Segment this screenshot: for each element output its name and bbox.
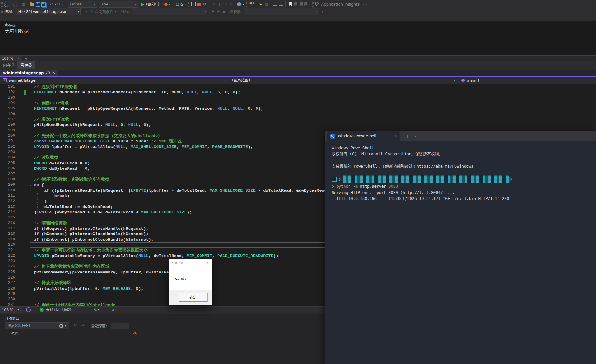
tab-wininet4stager-cpp[interactable]: wininet4stager.cpp ✕	[0, 70, 58, 76]
flag-threads-button[interactable]: ⚑	[210, 8, 216, 15]
indent-guide	[48, 199, 48, 210]
format-document-button[interactable]	[273, 1, 278, 8]
live-share-icon[interactable]	[26, 307, 31, 312]
toolbar-grip[interactable]	[1, 2, 3, 7]
editor-zoom-chevron: ▾	[18, 308, 19, 311]
flag-custom-button[interactable]: ⚑	[216, 8, 221, 15]
ok-button[interactable]: 确定	[179, 293, 207, 302]
step-over-button[interactable]: ↷	[222, 1, 228, 8]
lifecycle-events-button[interactable]: ↯	[84, 8, 90, 15]
continue-chevron[interactable]: ▾	[162, 3, 163, 6]
show-flagged-only-button[interactable]: ≍	[221, 8, 227, 15]
application-insights-button[interactable]: Application Insights ▾	[315, 1, 365, 8]
platform-combo[interactable]: x64▾	[99, 1, 138, 8]
app-insights-chevron[interactable]: ▾	[363, 3, 364, 6]
save-button[interactable]	[35, 1, 41, 8]
step-into-button[interactable]: ↓	[217, 1, 222, 8]
show-next-statement-button[interactable]: →	[211, 1, 217, 8]
toolbar-grip[interactable]	[312, 2, 314, 7]
toolbar-overflow[interactable]: ▾	[366, 3, 367, 6]
new-window-button[interactable]: ▦▾	[22, 1, 29, 8]
copy-parallel-stacks-button[interactable]: ⧉	[263, 1, 269, 8]
overflow-chevron[interactable]: ▾	[185, 3, 186, 6]
open-file-button[interactable]	[29, 1, 35, 8]
column-divider[interactable]	[132, 330, 132, 337]
windows-terminal-window: >_ Windows PowerShell ✕ + ⌄ Windows Powe…	[325, 131, 596, 364]
search-forward-arrow[interactable]: →	[81, 323, 85, 328]
thread-combo[interactable]: ▾	[132, 8, 207, 15]
format-selection-button[interactable]	[278, 1, 284, 8]
scroll-left-arrow[interactable]: ◀	[25, 57, 27, 60]
stack-frame-combo[interactable]: ▾	[244, 8, 319, 15]
lifecycle-chevron[interactable]: ▾	[115, 10, 116, 13]
rename-button[interactable]: abc✓	[249, 1, 254, 8]
tab-memory-1[interactable]: 内存 1	[0, 61, 17, 69]
solution-config-combo[interactable]: Debug▾	[68, 1, 97, 8]
registers-panel: 寄存器 无可用数据	[0, 21, 596, 56]
lifecycle-icon: ↯	[85, 10, 89, 14]
toolbar-grip[interactable]	[188, 2, 189, 7]
visual-studio-window: ← ▾ → ▦▾ ↶▾ ↷▾ Debug▾ x64▾ ▶ 继续(C) ▾ ▾ ⌂…	[0, 0, 596, 364]
column-header-value[interactable]: 值	[133, 331, 137, 336]
navigate-forward-button[interactable]: →	[13, 1, 18, 8]
close-icon[interactable]: ✕	[52, 71, 55, 75]
fold-chevron-icon[interactable]: ⌄	[30, 182, 31, 188]
search-depth-combo[interactable]: ▾	[111, 323, 129, 329]
health-status-text[interactable]: 未找到相关问题	[46, 307, 72, 312]
toolbar-grip[interactable]	[1, 9, 3, 14]
hscroll-left-arrow[interactable]: ◀	[112, 308, 114, 312]
step-out-button[interactable]: ↑	[228, 1, 234, 8]
hot-reload-button[interactable]: ▾	[164, 1, 171, 8]
terminal-tab-close-icon[interactable]: ✕	[394, 134, 397, 138]
clear-bookmarks-button[interactable]: ▾	[304, 1, 311, 8]
redo-chevron[interactable]: ▾	[62, 3, 63, 6]
tab-dropdown-chevron[interactable]: ⌄	[414, 135, 417, 138]
code-cleanup-chevron[interactable]: ▾	[98, 308, 99, 311]
code-cleanup-pen-icon[interactable]: ✎	[94, 308, 97, 312]
scope-dropdown[interactable]: (全局范围) ▾	[229, 77, 459, 84]
debugbar-overflow[interactable]: ▾	[322, 10, 323, 13]
dialog-close-icon[interactable]: ✕	[206, 261, 209, 265]
project-dropdown[interactable]: + wininet4stager ▾	[0, 77, 229, 84]
save-all-button[interactable]	[41, 1, 46, 8]
member-dropdown[interactable]: main()	[459, 77, 596, 84]
indent-guide	[37, 193, 38, 215]
member-dropdown-label: main()	[467, 78, 593, 83]
continue-button[interactable]: ▶ 继续(C) ▾	[141, 1, 164, 8]
bookmark-chevron[interactable]: ▾	[309, 3, 310, 6]
navigate-back-button[interactable]: ←	[4, 1, 9, 8]
search-options-chevron[interactable]: ▾	[65, 324, 66, 327]
run-to-cursor-button[interactable]: ➢	[258, 1, 263, 8]
terminal-output[interactable]: Windows PowerShell版权所有 (C) Microsoft Cor…	[332, 145, 593, 201]
toggle-bookmark-button[interactable]	[287, 1, 293, 8]
redo-button[interactable]: ↷▾	[57, 1, 64, 8]
find-in-files-button[interactable]	[175, 1, 180, 8]
restart-button[interactable]: ↺	[202, 1, 207, 8]
undo-button[interactable]: ↶▾	[50, 1, 57, 8]
editor-zoom-combo[interactable]: 108 %▾	[0, 307, 22, 313]
diagnostics-chevron[interactable]: ▾	[243, 3, 244, 6]
terminal-tab-powershell[interactable]: >_ Windows PowerShell ✕	[327, 131, 400, 141]
column-header-name[interactable]: 名称	[11, 331, 18, 336]
tab-registers[interactable]: 寄存器	[17, 61, 35, 69]
new-tab-button[interactable]: +	[406, 133, 410, 139]
prev-bookmark-button[interactable]	[293, 1, 299, 8]
process-combo[interactable]: [45424] wininet4stager.exe▾	[15, 8, 81, 15]
autos-search-input[interactable]	[5, 323, 59, 328]
undo-chevron[interactable]: ▾	[55, 3, 56, 6]
search-back-arrow[interactable]: ←	[74, 323, 77, 328]
pin-icon[interactable]	[46, 70, 51, 75]
new-window-chevron[interactable]: ▾	[27, 3, 28, 6]
hot-reload-chevron[interactable]: ▾	[169, 3, 170, 6]
back-dropdown-chevron[interactable]: ▾	[10, 3, 12, 6]
sync-with-active-document-button[interactable]: ⌂▾	[180, 1, 187, 8]
fold-chevron-icon[interactable]: ⌄	[30, 188, 31, 193]
memory-zoom-combo[interactable]: 108 %▾	[0, 56, 22, 61]
toolbar-grip[interactable]	[246, 2, 247, 7]
diagnostics-icon	[237, 2, 241, 6]
next-bookmark-button[interactable]	[299, 1, 304, 8]
diagnostics-button[interactable]: ▾	[237, 1, 245, 8]
break-all-button[interactable]	[190, 1, 196, 8]
stop-debugging-button[interactable]	[196, 1, 202, 8]
dialog-title-bar[interactable]: candy	[169, 259, 212, 267]
